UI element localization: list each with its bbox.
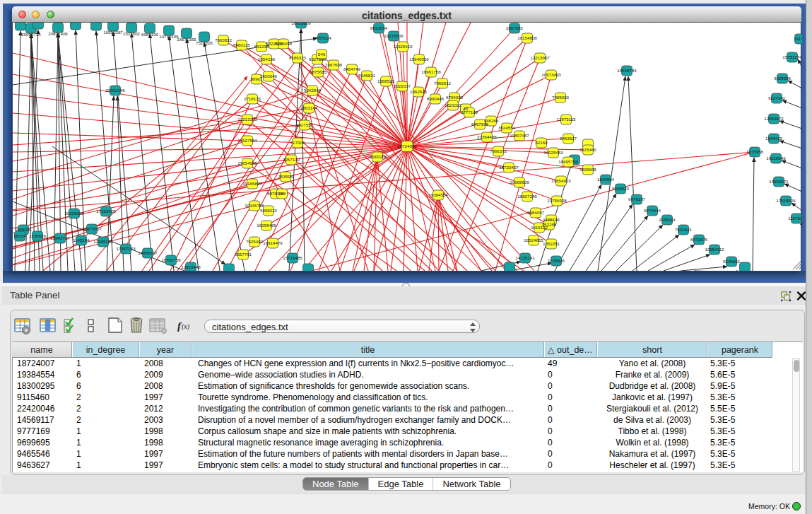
svg-text:19218506: 19218506 [384,33,404,38]
svg-text:12213967: 12213967 [530,55,550,60]
svg-text:9084067: 9084067 [527,210,545,215]
svg-text:9463627: 9463627 [560,136,577,141]
svg-text:5226058: 5226058 [275,41,293,46]
svg-text:9146821: 9146821 [358,73,376,78]
svg-text:17957253: 17957253 [116,246,136,251]
svg-text:7663822: 7663822 [215,37,233,42]
svg-text:7357224: 7357224 [314,35,332,40]
svg-text:8454749: 8454749 [343,66,361,71]
svg-text:16914479: 16914479 [263,240,283,245]
svg-text:7955812: 7955812 [434,81,452,86]
svg-text:18495758: 18495758 [558,159,578,164]
svg-text:9242848: 9242848 [304,88,322,93]
svg-text:19756928: 19756928 [547,198,567,203]
svg-text:9498222: 9498222 [260,208,278,213]
svg-text:16033809: 16033809 [291,23,311,25]
svg-text:9699695: 9699695 [579,167,597,172]
svg-text:16099489: 16099489 [257,223,276,228]
svg-text:15640910: 15640910 [409,57,429,62]
svg-text:19654985: 19654985 [237,160,257,165]
svg-text:12975115: 12975115 [556,117,576,122]
svg-text:1733426: 1733426 [548,258,565,263]
svg-text:7485003: 7485003 [552,95,570,100]
svg-text:546: 546 [318,52,326,57]
svg-text:17016504: 17016504 [776,198,796,203]
svg-text:6479197: 6479197 [628,197,646,201]
svg-text:12905135: 12905135 [93,239,113,244]
svg-text:353594: 353594 [278,174,293,179]
svg-text:18724007: 18724007 [397,144,417,148]
svg-text:16553287: 16553287 [103,30,123,35]
svg-text:11325419: 11325419 [393,44,413,49]
svg-text:20206536: 20206536 [64,211,84,216]
svg-text:1352251: 1352251 [543,241,560,246]
svg-text:10046758: 10046758 [245,203,264,208]
svg-text:11173: 11173 [794,36,802,41]
svg-text:39154: 39154 [13,233,26,238]
svg-text:184: 184 [278,191,286,196]
svg-text:16671355: 16671355 [177,37,196,42]
svg-text:2718176: 2718176 [244,96,261,101]
svg-text:1167534: 1167534 [788,216,802,221]
svg-text:7625402: 7625402 [246,239,264,244]
svg-text:1244415: 1244415 [765,136,783,141]
svg-text:16782759: 16782759 [161,257,181,262]
svg-text:15751074: 15751074 [782,54,802,59]
svg-text:12213383: 12213383 [237,117,257,122]
svg-text:8938923: 8938923 [612,186,630,191]
svg-text:10054112: 10054112 [705,247,724,252]
svg-text:2367608: 2367608 [325,62,343,67]
svg-text:20053346: 20053346 [105,88,125,93]
svg-text:8990448: 8990448 [427,96,445,101]
svg-text:16958107: 16958107 [138,250,158,255]
svg-text:20055724: 20055724 [21,32,41,37]
svg-text:15716485: 15716485 [283,255,302,260]
svg-text:16154808: 16154808 [517,35,537,40]
svg-text:15720407: 15720407 [499,165,519,170]
svg-text:17359928: 17359928 [96,209,116,214]
svg-text:16107554: 16107554 [237,138,257,143]
svg-text:10973493: 10973493 [541,72,561,77]
svg-text:10688609: 10688609 [510,180,529,185]
svg-text:6794028: 6794028 [446,95,464,100]
svg-text:12093872: 12093872 [764,116,784,121]
svg-text:9327508: 9327508 [309,57,326,62]
svg-text:(x): (x) [182,322,190,331]
svg-text:21364436: 21364436 [477,134,497,139]
svg-text:9427552: 9427552 [296,122,314,127]
svg-text:1588520: 1588520 [377,78,395,83]
svg-text:18807249: 18807249 [517,194,537,199]
svg-text:3875685: 3875685 [310,69,327,74]
svg-text:25300205: 25300205 [367,154,387,159]
svg-text:7515526: 7515526 [196,40,213,45]
svg-text:9115460: 9115460 [579,147,596,152]
svg-text:15692971: 15692971 [769,179,789,184]
svg-text:12942737: 12942737 [50,235,70,240]
svg-text:8471676: 8471676 [690,237,708,242]
svg-text:16961758: 16961758 [421,69,441,74]
svg-text:12923448: 12923448 [181,264,201,269]
svg-text:3267130: 3267130 [283,157,300,162]
svg-text:9474444: 9474444 [644,208,661,213]
svg-text:5322037: 5322037 [394,83,411,88]
svg-text:252254: 252254 [542,222,557,227]
svg-text:1845001: 1845001 [15,227,33,232]
svg-text:1527602: 1527602 [123,31,141,36]
svg-text:9657791: 9657791 [235,252,252,257]
svg-text:1362615: 1362615 [410,89,428,94]
svg-text:18524855: 18524855 [524,238,543,243]
svg-text:6497568: 6497568 [471,122,489,127]
svg-text:8960125: 8960125 [233,42,251,47]
svg-text:1640954: 1640954 [597,177,615,182]
svg-text:10025453: 10025453 [543,150,563,155]
svg-text:2935114: 2935114 [659,217,676,222]
svg-text:1145194: 1145194 [73,238,90,243]
svg-text:2803144: 2803144 [300,105,318,110]
svg-text:14136141: 14136141 [515,255,535,260]
svg-text:7986372: 7986372 [490,148,507,153]
svg-text:2087682: 2087682 [506,25,524,30]
svg-text:20691406: 20691406 [48,31,68,36]
svg-text:10807467: 10807467 [510,133,529,138]
svg-text:62160: 62160 [535,140,548,145]
svg-text:9227342: 9227342 [768,95,786,100]
